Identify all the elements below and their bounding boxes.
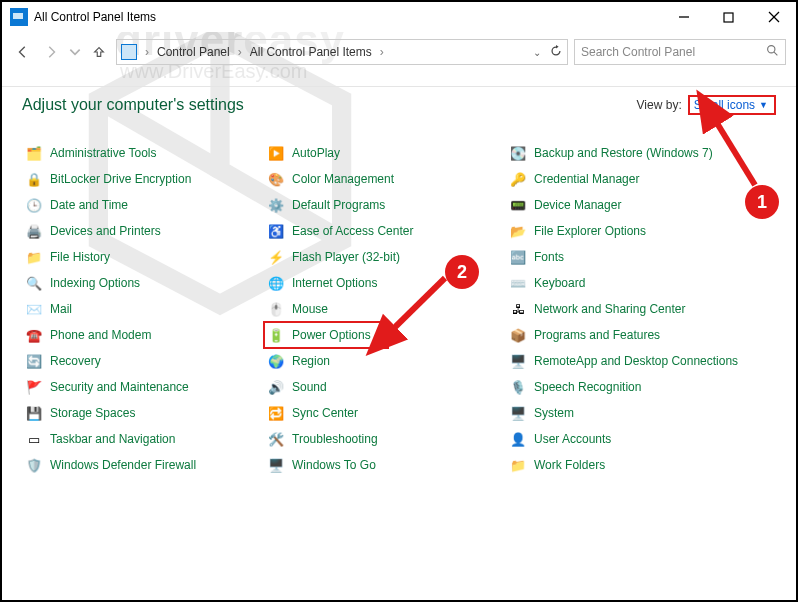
minimize-button[interactable] xyxy=(661,2,706,32)
item-label: Devices and Printers xyxy=(50,224,161,238)
breadcrumb-seg[interactable]: Control Panel xyxy=(157,45,230,59)
item-label: User Accounts xyxy=(534,432,611,446)
item-icon: ⚡ xyxy=(268,249,284,265)
chevron-right-icon[interactable]: › xyxy=(141,45,153,59)
item-icon: ⚙️ xyxy=(268,197,284,213)
cp-item-work-folders[interactable]: 📁Work Folders xyxy=(506,452,746,478)
cp-item-sound[interactable]: 🔊Sound xyxy=(264,374,504,400)
item-icon: 🖥️ xyxy=(510,353,526,369)
cp-item-programs-and-features[interactable]: 📦Programs and Features xyxy=(506,322,746,348)
view-by-dropdown[interactable]: Small icons ▼ xyxy=(688,95,776,115)
cp-item-indexing-options[interactable]: 🔍Indexing Options xyxy=(22,270,262,296)
item-label: AutoPlay xyxy=(292,146,340,160)
nav-forward-button[interactable] xyxy=(40,41,62,63)
cp-item-autoplay[interactable]: ▶️AutoPlay xyxy=(264,140,504,166)
cp-item-storage-spaces[interactable]: 💾Storage Spaces xyxy=(22,400,262,426)
item-label: Color Management xyxy=(292,172,394,186)
item-icon: 🎙️ xyxy=(510,379,526,395)
cp-item-network-and-sharing-center[interactable]: 🖧Network and Sharing Center xyxy=(506,296,746,322)
view-by-value: Small icons xyxy=(694,98,755,112)
refresh-button[interactable] xyxy=(549,44,563,61)
item-label: Taskbar and Navigation xyxy=(50,432,175,446)
cp-item-region[interactable]: 🌍Region xyxy=(264,348,504,374)
cp-item-device-manager[interactable]: 📟Device Manager xyxy=(506,192,746,218)
cp-item-system[interactable]: 🖥️System xyxy=(506,400,746,426)
cp-item-color-management[interactable]: 🎨Color Management xyxy=(264,166,504,192)
cp-item-backup-and-restore-windows-7[interactable]: 💽Backup and Restore (Windows 7) xyxy=(506,140,746,166)
window-title: All Control Panel Items xyxy=(34,10,661,24)
item-icon: 📟 xyxy=(510,197,526,213)
item-icon: 🔊 xyxy=(268,379,284,395)
cp-item-taskbar-and-navigation[interactable]: ▭Taskbar and Navigation xyxy=(22,426,262,452)
close-button[interactable] xyxy=(751,2,796,32)
cp-item-mail[interactable]: ✉️Mail xyxy=(22,296,262,322)
item-label: Security and Maintenance xyxy=(50,380,189,394)
chevron-right-icon[interactable]: › xyxy=(376,45,388,59)
item-icon: ✉️ xyxy=(26,301,42,317)
cp-item-troubleshooting[interactable]: 🛠️Troubleshooting xyxy=(264,426,504,452)
nav-back-button[interactable] xyxy=(12,41,34,63)
cp-item-file-history[interactable]: 📁File History xyxy=(22,244,262,270)
item-label: Device Manager xyxy=(534,198,621,212)
item-label: Flash Player (32-bit) xyxy=(292,250,400,264)
breadcrumb-seg[interactable]: All Control Panel Items xyxy=(250,45,372,59)
cp-item-remoteapp-and-desktop-connections[interactable]: 🖥️RemoteApp and Desktop Connections xyxy=(506,348,746,374)
item-label: System xyxy=(534,406,574,420)
item-icon: 📁 xyxy=(26,249,42,265)
item-label: Administrative Tools xyxy=(50,146,157,160)
toolbar-divider xyxy=(2,86,796,87)
cp-item-security-and-maintenance[interactable]: 🚩Security and Maintenance xyxy=(22,374,262,400)
cp-item-bitlocker-drive-encryption[interactable]: 🔒BitLocker Drive Encryption xyxy=(22,166,262,192)
item-icon: 🖥️ xyxy=(510,405,526,421)
cp-item-default-programs[interactable]: ⚙️Default Programs xyxy=(264,192,504,218)
cp-item-phone-and-modem[interactable]: ☎️Phone and Modem xyxy=(22,322,262,348)
cp-item-recovery[interactable]: 🔄Recovery xyxy=(22,348,262,374)
cp-item-date-and-time[interactable]: 🕒Date and Time xyxy=(22,192,262,218)
item-icon: 🛡️ xyxy=(26,457,42,473)
search-input[interactable]: Search Control Panel xyxy=(574,39,786,65)
cp-item-speech-recognition[interactable]: 🎙️Speech Recognition xyxy=(506,374,746,400)
item-icon: 🖱️ xyxy=(268,301,284,317)
item-label: Region xyxy=(292,354,330,368)
cp-item-sync-center[interactable]: 🔁Sync Center xyxy=(264,400,504,426)
item-label: Default Programs xyxy=(292,198,385,212)
cp-item-administrative-tools[interactable]: 🗂️Administrative Tools xyxy=(22,140,262,166)
cp-item-power-options[interactable]: 🔋Power Options xyxy=(264,322,388,348)
item-icon: 🔁 xyxy=(268,405,284,421)
nav-up-button[interactable] xyxy=(88,41,110,63)
cp-item-file-explorer-options[interactable]: 📂File Explorer Options xyxy=(506,218,746,244)
cp-item-ease-of-access-center[interactable]: ♿Ease of Access Center xyxy=(264,218,504,244)
history-dropdown-button[interactable]: ⌄ xyxy=(533,47,541,58)
svg-rect-2 xyxy=(724,13,733,22)
item-icon: 🔑 xyxy=(510,171,526,187)
cp-item-devices-and-printers[interactable]: 🖨️Devices and Printers xyxy=(22,218,262,244)
item-label: Windows To Go xyxy=(292,458,376,472)
cp-item-windows-to-go[interactable]: 🖥️Windows To Go xyxy=(264,452,504,478)
item-icon: 🖨️ xyxy=(26,223,42,239)
nav-recent-button[interactable] xyxy=(68,41,82,63)
address-bar: › Control Panel › All Control Panel Item… xyxy=(12,38,786,66)
cp-item-credential-manager[interactable]: 🔑Credential Manager xyxy=(506,166,746,192)
item-label: Phone and Modem xyxy=(50,328,151,342)
item-icon: ☎️ xyxy=(26,327,42,343)
item-label: Keyboard xyxy=(534,276,585,290)
chevron-down-icon: ▼ xyxy=(759,100,768,110)
cp-item-fonts[interactable]: 🔤Fonts xyxy=(506,244,746,270)
chevron-right-icon[interactable]: › xyxy=(234,45,246,59)
cp-item-keyboard[interactable]: ⌨️Keyboard xyxy=(506,270,746,296)
item-icon: 📦 xyxy=(510,327,526,343)
item-icon: 👤 xyxy=(510,431,526,447)
item-label: Network and Sharing Center xyxy=(534,302,685,316)
breadcrumb[interactable]: › Control Panel › All Control Panel Item… xyxy=(116,39,568,65)
item-label: Internet Options xyxy=(292,276,377,290)
maximize-button[interactable] xyxy=(706,2,751,32)
cp-item-user-accounts[interactable]: 👤User Accounts xyxy=(506,426,746,452)
annotation-badge-1: 1 xyxy=(745,185,779,219)
item-label: Speech Recognition xyxy=(534,380,641,394)
item-label: Recovery xyxy=(50,354,101,368)
cp-item-windows-defender-firewall[interactable]: 🛡️Windows Defender Firewall xyxy=(22,452,262,478)
item-icon: 🎨 xyxy=(268,171,284,187)
cp-item-mouse[interactable]: 🖱️Mouse xyxy=(264,296,504,322)
item-icon: 🔋 xyxy=(268,327,284,343)
item-icon: 🔒 xyxy=(26,171,42,187)
